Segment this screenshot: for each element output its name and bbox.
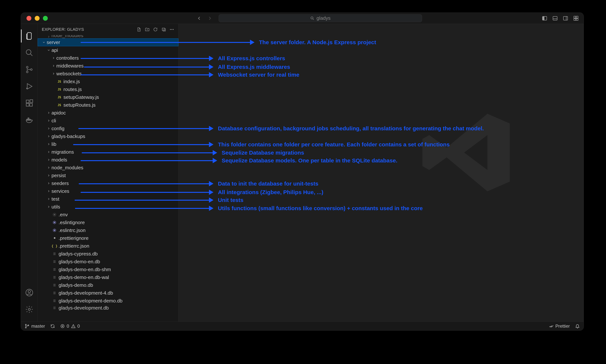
chevron-right-icon — [46, 189, 52, 193]
tree-item-label: cli — [52, 118, 56, 124]
tree-item-label: test — [52, 196, 59, 202]
activity-explorer[interactable] — [21, 28, 38, 44]
tree-row[interactable]: services — [38, 187, 178, 195]
tree-row[interactable]: api — [38, 46, 178, 54]
new-folder-button[interactable] — [145, 27, 150, 32]
activity-run-debug[interactable] — [21, 78, 38, 95]
tree-row[interactable]: apidoc — [38, 109, 178, 117]
tree-item-label: gladys-demo.db — [59, 282, 93, 288]
activity-accounts[interactable] — [21, 284, 38, 301]
tree-row[interactable]: persist — [38, 171, 178, 179]
tree-row[interactable]: websockets — [38, 70, 178, 78]
explorer-title: EXPLORER: GLADYS — [42, 27, 84, 32]
collapse-folders-button[interactable] — [161, 27, 166, 32]
nav-forward-button[interactable] — [207, 15, 213, 21]
more-actions-button[interactable] — [170, 27, 174, 32]
status-problems[interactable]: 0 0 — [60, 324, 80, 329]
chevron-right-icon — [46, 135, 52, 138]
tree-row[interactable]: migrations — [38, 148, 178, 156]
tree-row[interactable]: .env — [38, 211, 178, 219]
chevron-right-icon — [46, 119, 52, 122]
toggle-secondary-sidebar-button[interactable] — [563, 15, 568, 21]
tree-row[interactable]: config — [38, 125, 178, 132]
chevron-right-icon — [46, 205, 52, 208]
close-window-button[interactable] — [26, 16, 31, 21]
svg-rect-18 — [29, 104, 32, 106]
tree-row[interactable]: JSsetupRoutes.js — [38, 101, 178, 109]
tree-row[interactable]: middlewares — [38, 62, 178, 70]
activity-source-control[interactable] — [21, 61, 38, 78]
tree-row[interactable]: gladys-demo-en.db-shm — [38, 266, 178, 273]
tree-row[interactable]: gladys-demo-en.db — [38, 258, 178, 266]
explorer-header: EXPLORER: GLADYS — [38, 24, 178, 35]
tree-item-label: apidoc — [52, 110, 66, 116]
svg-rect-5 — [564, 16, 568, 20]
toggle-primary-sidebar-button[interactable] — [542, 15, 547, 21]
activity-settings[interactable] — [21, 301, 38, 318]
svg-point-29 — [171, 29, 172, 30]
nav-back-button[interactable] — [196, 15, 202, 21]
activity-search[interactable] — [21, 44, 38, 61]
tree-row[interactable]: JSsetupGateway.js — [38, 93, 178, 101]
svg-rect-23 — [28, 118, 29, 119]
maximize-window-button[interactable] — [43, 16, 48, 21]
chevron-down-icon — [46, 49, 52, 52]
svg-rect-9 — [574, 18, 576, 20]
tree-row[interactable]: gladys-backups — [38, 132, 178, 140]
activity-extensions[interactable] — [21, 95, 38, 112]
tree-item-label: server — [47, 39, 60, 45]
tree-row[interactable]: gladys-demo.db — [38, 281, 178, 289]
activity-docker[interactable] — [21, 112, 38, 128]
toggle-panel-button[interactable] — [552, 15, 558, 21]
tree-item-label: config — [52, 126, 64, 131]
editor-area — [179, 24, 584, 322]
minimize-window-button[interactable] — [35, 16, 40, 21]
tree-item-label: gladys-demo-en.db-wal — [59, 274, 109, 280]
tree-row[interactable]: gladys-cypress.db — [38, 250, 178, 258]
status-prettier-label: Prettier — [555, 324, 570, 329]
svg-rect-2 — [542, 16, 544, 20]
tree-row[interactable]: .eslintrc.json — [38, 226, 178, 234]
tree-row[interactable]: utils — [38, 203, 178, 211]
svg-point-13 — [26, 71, 28, 73]
status-branch[interactable]: master — [25, 324, 45, 329]
tree-row[interactable]: { }.prettierrc.json — [38, 242, 178, 250]
tree-row[interactable]: .eslintignore — [38, 219, 178, 226]
tree-row[interactable]: controllers — [38, 54, 178, 62]
tree-row[interactable]: cli — [38, 117, 178, 125]
svg-point-31 — [54, 214, 55, 215]
tree-row[interactable]: gladys-development-demo.db — [38, 297, 178, 305]
svg-rect-17 — [26, 104, 29, 106]
tree-item-label: gladys-cypress.db — [59, 251, 98, 257]
tree-row[interactable]: seeders — [38, 179, 178, 187]
command-center-search[interactable]: gladys — [219, 14, 422, 22]
tree-item-label: setupGateway.js — [64, 94, 99, 100]
tree-row[interactable]: JSindex.js — [38, 78, 178, 85]
tree-row[interactable]: test — [38, 195, 178, 203]
status-notifications[interactable] — [575, 324, 580, 329]
tree-item-label: setupRoutes.js — [64, 102, 95, 108]
tree-item-label: utils — [52, 204, 60, 210]
tree-row[interactable]: server — [38, 39, 178, 46]
file-tree[interactable]: node_modulesserverapicontrollersmiddlewa… — [38, 35, 178, 322]
customize-layout-button[interactable] — [573, 15, 579, 21]
tree-row[interactable]: JSroutes.js — [38, 85, 178, 93]
tree-item-label: api — [52, 47, 58, 53]
tree-row[interactable]: node_modules — [38, 164, 178, 171]
tree-item-label: .eslintrc.json — [59, 228, 86, 233]
tree-row[interactable]: models — [38, 156, 178, 164]
new-file-button[interactable] — [137, 27, 141, 32]
tree-row[interactable]: lib — [38, 140, 178, 148]
sync-icon — [50, 324, 55, 329]
svg-point-15 — [26, 88, 27, 89]
branch-icon — [25, 324, 29, 329]
tree-item-label: .eslintignore — [59, 220, 85, 225]
status-prettier[interactable]: Prettier — [549, 324, 570, 329]
tree-row[interactable]: gladys-demo-en.db-wal — [38, 273, 178, 281]
tree-row[interactable]: gladys-development.db — [38, 305, 178, 311]
status-sync[interactable] — [50, 324, 55, 329]
tree-row[interactable]: node_modules — [38, 35, 178, 39]
tree-row[interactable]: ༚.prettierignore — [38, 234, 178, 242]
refresh-explorer-button[interactable] — [153, 27, 158, 32]
tree-row[interactable]: gladys-development-4.db — [38, 289, 178, 297]
